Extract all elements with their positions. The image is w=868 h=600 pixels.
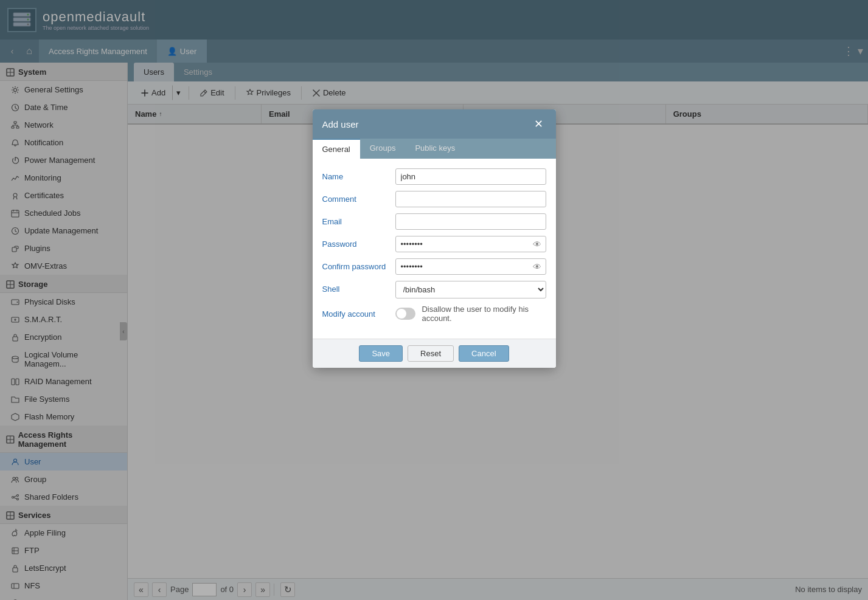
cancel-button[interactable]: Cancel bbox=[459, 345, 509, 362]
form-row-name: Name bbox=[322, 168, 546, 185]
name-input-wrap bbox=[395, 168, 546, 185]
add-user-modal: Add user ✕ General Groups Public keys Na… bbox=[313, 109, 556, 368]
comment-input[interactable] bbox=[395, 191, 546, 207]
shell-select-wrap: /bin/bash /bin/sh /bin/false /usr/sbin/n… bbox=[395, 281, 546, 298]
modal-tab-public-keys[interactable]: Public keys bbox=[405, 139, 465, 159]
password-input[interactable] bbox=[395, 236, 546, 252]
confirm-password-label: Confirm password bbox=[322, 258, 395, 271]
comment-input-wrap bbox=[395, 191, 546, 207]
email-input[interactable] bbox=[395, 213, 546, 230]
name-input[interactable] bbox=[395, 168, 546, 185]
confirm-password-input[interactable] bbox=[395, 258, 546, 275]
comment-label: Comment bbox=[322, 191, 395, 204]
save-button[interactable]: Save bbox=[359, 345, 403, 362]
toggle-slider bbox=[395, 308, 416, 320]
modify-account-toggle[interactable] bbox=[395, 308, 416, 320]
modal-close-button[interactable]: ✕ bbox=[532, 117, 546, 131]
form-row-modify-account: Modify account Disallow the user to modi… bbox=[322, 305, 546, 323]
email-input-wrap bbox=[395, 213, 546, 230]
form-row-password: Password 👁 bbox=[322, 236, 546, 252]
modal-tab-groups[interactable]: Groups bbox=[360, 139, 406, 159]
shell-select[interactable]: /bin/bash /bin/sh /bin/false /usr/sbin/n… bbox=[395, 281, 546, 298]
confirm-password-eye-icon[interactable]: 👁 bbox=[533, 262, 541, 272]
form-row-confirm-password: Confirm password 👁 bbox=[322, 258, 546, 275]
modify-account-desc: Disallow the user to modify his account. bbox=[422, 305, 546, 323]
modal-title: Add user bbox=[322, 119, 359, 129]
email-label: Email bbox=[322, 213, 395, 226]
modal-overlay: Add user ✕ General Groups Public keys Na… bbox=[0, 0, 868, 600]
password-label: Password bbox=[322, 236, 395, 249]
modal-footer: Save Reset Cancel bbox=[313, 339, 556, 368]
form-row-shell: Shell /bin/bash /bin/sh /bin/false /usr/… bbox=[322, 281, 546, 298]
form-row-email: Email bbox=[322, 213, 546, 230]
password-input-wrap: 👁 bbox=[395, 236, 546, 252]
reset-button[interactable]: Reset bbox=[408, 345, 454, 362]
confirm-password-input-wrap: 👁 bbox=[395, 258, 546, 275]
password-eye-icon[interactable]: 👁 bbox=[533, 240, 541, 249]
name-label: Name bbox=[322, 168, 395, 181]
shell-label: Shell bbox=[322, 281, 395, 294]
form-row-comment: Comment bbox=[322, 191, 546, 207]
modal-body: Name Comment Email Passwor bbox=[313, 159, 556, 339]
modify-account-label: Modify account bbox=[322, 309, 395, 319]
modal-tabs: General Groups Public keys bbox=[313, 139, 556, 159]
modal-header: Add user ✕ bbox=[313, 109, 556, 139]
modal-tab-general[interactable]: General bbox=[313, 139, 360, 159]
